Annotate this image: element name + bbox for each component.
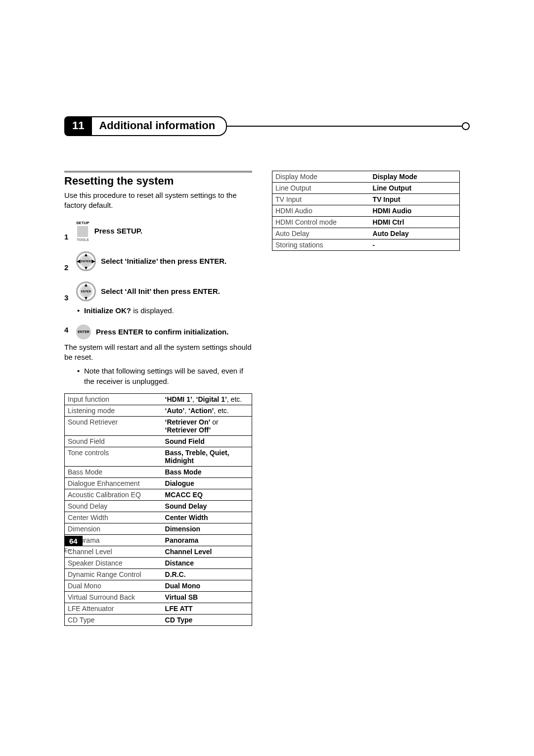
table-row: Sound Retriever‘Retriever On’ or ‘Retrie…: [65, 416, 252, 435]
setting-name: Display Mode: [272, 171, 370, 183]
page-language: En: [64, 547, 83, 553]
setting-value: Auto Delay: [370, 228, 460, 239]
table-row: Center WidthCenter Width: [65, 512, 252, 523]
table-row: LFE AttenuatorLFE ATT: [65, 603, 252, 614]
chapter-rule: [226, 126, 463, 127]
step-text: Press SETUP.: [94, 227, 142, 235]
table-row: Tone controlsBass, Treble, Quiet, Midnig…: [65, 447, 252, 466]
step-4: 4 ENTER Press ENTER to confirm initializ…: [64, 325, 252, 339]
setting-value: Sound Field: [162, 435, 252, 447]
setting-name: HDMI Audio: [272, 205, 370, 217]
setting-value: Distance: [162, 557, 252, 568]
table-row: Acoustic Calibration EQMCACC EQ: [65, 489, 252, 500]
setting-value: ‘Retriever On’ or ‘Retriever Off’: [162, 416, 252, 435]
chapter-header: 11 Additional information: [64, 116, 470, 136]
table-row: Speaker DistanceDistance: [65, 557, 252, 568]
step-number: 4: [64, 325, 76, 334]
bullet-rest: is displayed.: [131, 306, 174, 315]
setting-value: Channel Level: [162, 546, 252, 557]
step-number: 2: [64, 251, 76, 272]
step-4-note: • Note that following settings will be s…: [77, 366, 252, 386]
setting-name: Virtual Surround Back: [65, 591, 162, 603]
page-footer: 64 En: [64, 536, 83, 553]
step-4-after: The system will restart and all the syst…: [64, 342, 252, 363]
setting-name: Dimension: [65, 523, 162, 534]
setting-name: LFE Attenuator: [65, 603, 162, 614]
setup-icon-label-bottom: TOOLS: [77, 238, 89, 241]
setting-value: Center Width: [162, 512, 252, 523]
setting-value: Virtual SB: [162, 591, 252, 603]
enter-button-icon: ENTER: [76, 325, 91, 339]
setting-value: MCACC EQ: [162, 489, 252, 500]
chapter-rule-cap: [462, 122, 470, 130]
setting-value: Dialogue: [162, 477, 252, 489]
setting-value: Bass Mode: [162, 466, 252, 477]
setting-value: CD Type: [162, 614, 252, 625]
table-row: Listening mode‘Auto’, ‘Action’, etc.: [65, 405, 252, 416]
step-number: 3: [64, 282, 76, 302]
setting-name: Sound Retriever: [65, 416, 162, 435]
table-row: Bass ModeBass Mode: [65, 466, 252, 477]
table-row: Dialogue EnhancementDialogue: [65, 477, 252, 489]
setting-value: Panorama: [162, 534, 252, 546]
setting-value: ‘HDMI 1’, ‘Digital 1’, etc.: [162, 393, 252, 405]
page-number: 64: [64, 536, 83, 546]
enter-icon-label: ENTER: [81, 286, 91, 296]
saved-settings-table-1: Input function‘HDMI 1’, ‘Digital 1’, etc…: [64, 393, 252, 626]
setting-value: Bass, Treble, Quiet, Midnight: [162, 447, 252, 466]
table-row: CD TypeCD Type: [65, 614, 252, 625]
step-3-bullet: • Initialize OK? is displayed.: [77, 306, 252, 316]
saved-settings-table-2: Display ModeDisplay ModeLine OutputLine …: [272, 171, 460, 251]
setting-value: TV Input: [370, 194, 460, 205]
section-title: Resetting the system: [64, 175, 252, 188]
setting-name: Dialogue Enhancement: [65, 477, 162, 489]
setting-name: Listening mode: [65, 405, 162, 416]
section-rule: [64, 171, 252, 173]
step-1: 1 SETUP TOOLS Press SETUP.: [64, 221, 252, 241]
table-row: Dual MonoDual Mono: [65, 580, 252, 591]
table-row: Virtual Surround BackVirtual SB: [65, 591, 252, 603]
setting-value: Dual Mono: [162, 580, 252, 591]
step-text: Select ‘Initialize’ then press ENTER.: [101, 257, 226, 265]
chapter-number: 11: [64, 116, 92, 136]
setup-button-icon: SETUP TOOLS: [76, 221, 89, 241]
setting-value: Line Output: [370, 183, 460, 194]
setting-value: D.R.C.: [162, 568, 252, 580]
enter-dpad-icon: ▲▼ ENTER: [76, 282, 96, 301]
setting-value: HDMI Ctrl: [370, 217, 460, 228]
enter-icon-label: ENTER: [81, 256, 91, 266]
enter-icon-label: ENTER: [76, 325, 91, 339]
chapter-title: Additional information: [91, 116, 227, 136]
table-row: Dynamic Range ControlD.R.C.: [65, 568, 252, 580]
table-row: Line OutputLine Output: [272, 183, 460, 194]
setting-value: -: [370, 239, 460, 251]
setting-name: Dynamic Range Control: [65, 568, 162, 580]
setting-name: Tone controls: [65, 447, 162, 466]
table-row: DimensionDimension: [65, 523, 252, 534]
setting-value: HDMI Audio: [370, 205, 460, 217]
setting-name: HDMI Control mode: [272, 217, 370, 228]
setting-name: Speaker Distance: [65, 557, 162, 568]
section-intro: Use this procedure to reset all system s…: [64, 190, 252, 211]
step-3: 3 ▲▼ ENTER Select ‘All Init’ then press …: [64, 282, 252, 302]
setting-name: Bass Mode: [65, 466, 162, 477]
step-text: Press ENTER to confirm initialization.: [96, 328, 228, 336]
table-row: Sound FieldSound Field: [65, 435, 252, 447]
setting-name: Sound Field: [65, 435, 162, 447]
setting-name: Sound Delay: [65, 500, 162, 512]
setup-icon-label-top: SETUP: [76, 221, 89, 225]
setting-value: LFE ATT: [162, 603, 252, 614]
table-row: Input function‘HDMI 1’, ‘Digital 1’, etc…: [65, 393, 252, 405]
setting-name: Storing stations: [272, 239, 370, 251]
bullet-bold: Initialize OK?: [84, 306, 131, 315]
table-row: HDMI AudioHDMI Audio: [272, 205, 460, 217]
table-row: Sound DelaySound Delay: [65, 500, 252, 512]
table-row: Auto DelayAuto Delay: [272, 228, 460, 239]
table-row: TV InputTV Input: [272, 194, 460, 205]
enter-dpad-icon: ▲▼ ◀▶ ENTER: [76, 251, 96, 271]
setting-value: Display Mode: [370, 171, 460, 183]
setting-name: Center Width: [65, 512, 162, 523]
step-text: Select ‘All Init’ then press ENTER.: [101, 287, 220, 295]
setting-name: Auto Delay: [272, 228, 370, 239]
setting-name: Line Output: [272, 183, 370, 194]
